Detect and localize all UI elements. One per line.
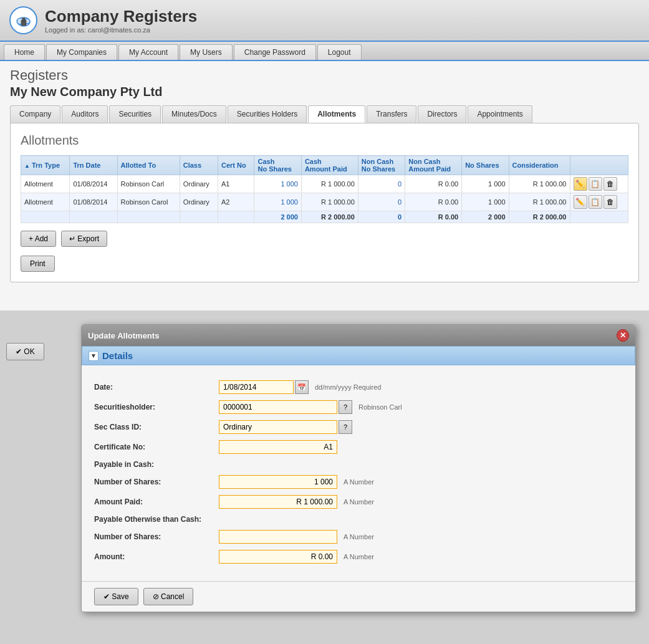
app-title: Company Registers xyxy=(45,7,197,26)
tab-allotments[interactable]: Allotments xyxy=(308,105,365,123)
page-breadcrumb: Registers xyxy=(10,67,639,84)
num-shares-other-row: Number of Shares: A Number xyxy=(94,530,623,544)
cell-trn-date: 01/08/2014 xyxy=(70,193,117,211)
sec-class-input[interactable] xyxy=(219,420,337,434)
table-row: Allotment 01/08/2014 Robinson Carl Ordin… xyxy=(21,175,628,193)
nav-my-users[interactable]: My Users xyxy=(180,44,233,60)
date-hint: dd/mm/yyyy Required xyxy=(315,383,381,391)
copy-row-1-button[interactable]: 📋 xyxy=(589,177,602,191)
tab-minutes-docs[interactable]: Minutes/Docs xyxy=(162,105,226,123)
add-button[interactable]: + Add xyxy=(21,231,56,247)
num-shares-cash-label: Number of Shares: xyxy=(94,478,219,486)
ok-button-area: ✔ OK xyxy=(0,337,50,367)
payable-other-row: Payable Otherwise than Cash: xyxy=(94,515,623,524)
modal-form: Date: 📅 dd/mm/yyyy Required Securitiesho… xyxy=(82,374,635,576)
payable-cash-row: Payable in Cash: xyxy=(94,460,623,469)
amount-paid-row: Amount Paid: A Number xyxy=(94,495,623,509)
edit-row-2-button[interactable]: ✏️ xyxy=(574,195,587,209)
nav-logout[interactable]: Logout xyxy=(317,44,362,60)
cell-trn-type: Allotment xyxy=(21,193,70,211)
amount-other-input[interactable] xyxy=(219,550,337,564)
tab-transfers[interactable]: Transfers xyxy=(367,105,416,123)
sec-class-lookup-button[interactable]: ? xyxy=(339,420,352,434)
amount-paid-hint: A Number xyxy=(344,498,374,506)
cell-no-shares: 1 000 xyxy=(462,193,509,211)
date-input[interactable] xyxy=(219,380,294,394)
tab-securities[interactable]: Securities xyxy=(109,105,161,123)
tab-appointments[interactable]: Appointments xyxy=(468,105,532,123)
allotments-panel: Allotments ▲ Trn Type Trn Date Allotted … xyxy=(10,123,639,282)
nav-my-companies[interactable]: My Companies xyxy=(46,44,117,60)
sec-class-label: Sec Class ID: xyxy=(94,423,219,431)
cancel-button[interactable]: ⊘ Cancel xyxy=(143,588,194,605)
cell-cert-no: A1 xyxy=(218,175,254,193)
print-area: Print xyxy=(21,253,628,272)
section-toggle-button[interactable]: ▼ xyxy=(89,351,99,361)
cell-class: Ordinary xyxy=(180,175,218,193)
table-row: Allotment 01/08/2014 Robinson Carol Ordi… xyxy=(21,193,628,211)
modal-title: Update Allotments xyxy=(88,331,159,340)
tab-auditors[interactable]: Auditors xyxy=(62,105,108,123)
num-shares-other-input[interactable] xyxy=(219,530,337,544)
cell-non-cash-amt: R 0.00 xyxy=(405,175,462,193)
company-name: My New Company Pty Ltd xyxy=(10,85,639,99)
section-title: Details xyxy=(102,350,133,361)
securityholder-lookup-button[interactable]: ? xyxy=(339,400,352,414)
col-trn-date: Trn Date xyxy=(70,156,117,175)
tab-directors[interactable]: Directors xyxy=(418,105,466,123)
ok-button[interactable]: ✔ OK xyxy=(6,343,44,360)
col-cert-no: Cert No xyxy=(218,156,254,175)
cell-cash-no-shares: 1 000 xyxy=(254,175,301,193)
edit-row-1-button[interactable]: ✏️ xyxy=(574,177,587,191)
amount-paid-input[interactable] xyxy=(219,495,337,509)
cert-no-input[interactable] xyxy=(219,440,337,454)
allotments-toolbar: + Add ↵ Export xyxy=(21,231,628,247)
col-cash-no-shares: CashNo Shares xyxy=(254,156,301,175)
page-content: Registers My New Company Pty Ltd Company… xyxy=(0,61,649,310)
export-button[interactable]: ↵ Export xyxy=(61,231,107,247)
cell-non-cash-no: 0 xyxy=(358,175,405,193)
details-section-header: ▼ Details xyxy=(82,346,635,365)
date-label: Date: xyxy=(94,383,219,392)
sec-class-row: Sec Class ID: ? xyxy=(94,420,623,434)
cell-cash-amount: R 1 000.00 xyxy=(301,193,358,211)
num-shares-cash-input[interactable] xyxy=(219,475,337,489)
payable-cash-label: Payable in Cash: xyxy=(94,460,219,469)
save-button[interactable]: ✔ Save xyxy=(94,588,138,605)
securityholder-hint: Robinson Carl xyxy=(358,403,402,411)
cell-non-cash-amt: R 0.00 xyxy=(405,193,462,211)
tab-company[interactable]: Company xyxy=(10,105,60,123)
col-consideration: Consideration xyxy=(509,156,570,175)
num-shares-cash-row: Number of Shares: A Number xyxy=(94,475,623,489)
cell-allotted-to: Robinson Carol xyxy=(117,193,180,211)
cell-allotted-to: Robinson Carl xyxy=(117,175,180,193)
calendar-icon[interactable]: 📅 xyxy=(295,380,309,394)
cell-row-actions: ✏️ 📋 🗑 xyxy=(570,193,628,211)
cell-cert-no: A2 xyxy=(218,193,254,211)
amount-other-hint: A Number xyxy=(344,553,374,560)
print-button[interactable]: Print xyxy=(21,256,55,272)
delete-row-1-button[interactable]: 🗑 xyxy=(603,177,617,191)
cell-trn-date: 01/08/2014 xyxy=(70,175,117,193)
total-cash-no-shares: 2 000 xyxy=(254,211,301,223)
col-trn-type[interactable]: ▲ Trn Type xyxy=(21,156,70,175)
total-consideration: R 2 000.00 xyxy=(509,211,570,223)
tabs-bar: Company Auditors Securities Minutes/Docs… xyxy=(10,105,639,123)
col-allotted-to: Allotted To xyxy=(117,156,180,175)
tab-securities-holders[interactable]: Securities Holders xyxy=(228,105,307,123)
nav-my-account[interactable]: My Account xyxy=(118,44,178,60)
col-class: Class xyxy=(180,156,218,175)
nav-change-password[interactable]: Change Password xyxy=(234,44,316,60)
cell-cash-no-shares: 1 000 xyxy=(254,193,301,211)
amount-other-row: Amount: A Number xyxy=(94,550,623,564)
modal-close-button[interactable]: ✕ xyxy=(617,329,629,342)
nav-home[interactable]: Home xyxy=(4,44,45,60)
delete-row-2-button[interactable]: 🗑 xyxy=(603,195,617,209)
cell-consideration: R 1 000.00 xyxy=(509,193,570,211)
svg-rect-4 xyxy=(22,18,25,21)
cell-cash-amount: R 1 000.00 xyxy=(301,175,358,193)
securityholder-input[interactable] xyxy=(219,400,337,414)
app-header: Company Registers Logged in as: carol@it… xyxy=(0,0,649,42)
col-cash-amount-paid: CashAmount Paid xyxy=(301,156,358,175)
copy-row-2-button[interactable]: 📋 xyxy=(589,195,602,209)
